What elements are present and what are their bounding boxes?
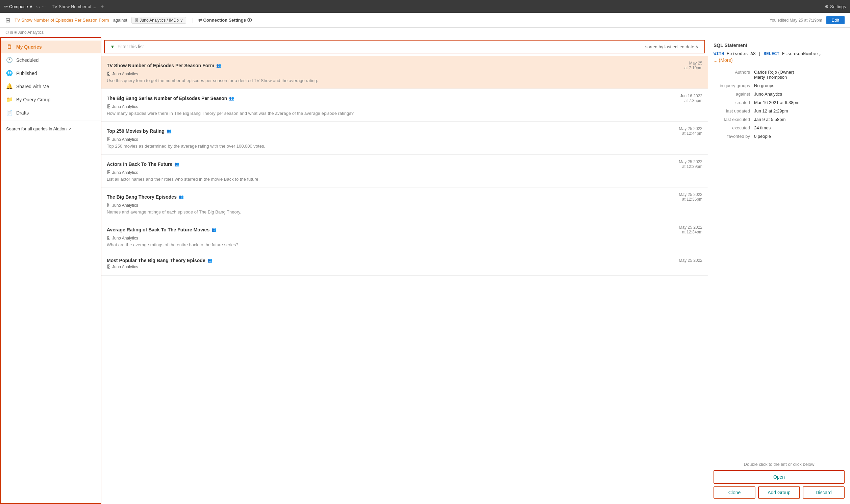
source-name: Juno Analytics <box>112 72 138 76</box>
query-list: TV Show Number of Episodes Per Season Fo… <box>101 56 708 504</box>
edit-button[interactable]: Edit <box>826 16 845 24</box>
sidebar: 🗒 My Queries 🕐 Scheduled 🌐 Published 🔔 S… <box>0 37 101 504</box>
query-title-text: Top 250 Movies by Rating <box>107 128 164 134</box>
table-row[interactable]: Top 250 Movies by Rating 👥 May 25 2022at… <box>101 122 708 155</box>
discard-button[interactable]: Discard <box>803 486 845 499</box>
sort-label[interactable]: sorted by last edited date ∨ <box>645 44 699 49</box>
meta-against-row: against Juno Analytics <box>713 92 845 96</box>
sidebar-item-label: My Queries <box>16 44 41 50</box>
table-row[interactable]: Actors In Back To The Future 👥 May 25 20… <box>101 155 708 187</box>
shared-icon: 🔔 <box>6 83 13 90</box>
sidebar-item-label: Shared with Me <box>16 84 49 89</box>
sql-section: SQL Statement WITH Episodes AS ( SELECT … <box>713 42 845 63</box>
query-title-text: The Big Bang Series Number of Episodes P… <box>107 95 227 101</box>
top-nav: ✏ Compose ∨ ‹ › ··· TV Show Number of ..… <box>0 0 850 13</box>
query-title-text: Actors In Back To The Future <box>107 161 172 167</box>
table-row[interactable]: The Big Bang Series Number of Episodes P… <box>101 89 708 122</box>
executed-value: 24 times <box>754 125 771 130</box>
db-badge[interactable]: 🗄 Juno Analytics / IMDb ∨ <box>131 17 186 24</box>
filter-input[interactable] <box>117 44 643 49</box>
meta-section: Authors Carlos Rojo (Owner) Marty Thomps… <box>713 70 845 142</box>
action-hint: Double click to the left or click below <box>713 462 845 467</box>
filter-bar: ▼ sorted by last edited date ∨ <box>104 40 705 53</box>
db-icon: 🗄 <box>107 137 111 142</box>
source-name: Juno Analytics <box>112 104 138 109</box>
source-name: Juno Analytics <box>112 137 138 142</box>
shared-icon: 👥 <box>166 129 171 133</box>
sidebar-item-published[interactable]: 🌐 Published <box>1 67 101 80</box>
created-value: Mar 16 2021 at 6:38pm <box>754 100 799 105</box>
breadcrumb-bar: ⬡ in ■ Juno Analytics <box>0 28 850 37</box>
table-row[interactable]: TV Show Number of Episodes Per Season Fo… <box>101 56 708 89</box>
action-row: Clone Add Group Discard <box>713 486 845 499</box>
source-name: Juno Analytics <box>112 170 138 175</box>
sidebar-item-scheduled[interactable]: 🕐 Scheduled <box>1 53 101 67</box>
sidebar-item-shared-with-me[interactable]: 🔔 Shared with Me <box>1 80 101 93</box>
sidebar-item-my-queries[interactable]: 🗒 My Queries <box>1 40 101 53</box>
query-groups-label: in query groups <box>713 83 754 88</box>
meta-authors-row: Authors Carlos Rojo (Owner) Marty Thomps… <box>713 70 845 80</box>
sidebar-item-label: Published <box>16 71 37 76</box>
sidebar-item-label: By Query Group <box>16 97 50 102</box>
compose-button[interactable]: ✏ Compose ∨ <box>4 4 33 9</box>
second-bar: ⊞ TV Show Number of Episodes Per Season … <box>0 13 850 28</box>
table-row[interactable]: The Big Bang Theory Episodes 👥 May 25 20… <box>101 187 708 220</box>
query-list-panel: ▼ sorted by last edited date ∨ TV Show N… <box>101 37 708 504</box>
meta-query-groups-row: in query groups No groups <box>713 83 845 88</box>
query-title-text: TV Show Number of Episodes Per Season Fo… <box>107 63 214 68</box>
source-name: Juno Analytics <box>112 265 138 269</box>
db-icon: 🗄 <box>107 72 111 76</box>
against-value: Juno Analytics <box>754 92 782 96</box>
executed-label: executed <box>713 125 754 130</box>
sidebar-item-drafts[interactable]: 📄 Drafts <box>1 106 101 119</box>
query-title[interactable]: TV Show Number of Episodes Per Season Fo… <box>15 18 109 23</box>
tab-title: TV Show Number of ... <box>52 4 96 9</box>
against-label: against <box>713 92 754 96</box>
sql-keyword-with: WITH <box>713 51 724 56</box>
filter-icon: ▼ <box>110 44 115 49</box>
query-groups-value: No groups <box>754 83 774 88</box>
db-icon: 🗄 <box>107 104 111 109</box>
db-icon: 🗄 <box>107 236 111 240</box>
query-title-text: Most Popular The Big Bang Theory Episode <box>107 258 205 263</box>
edit-info: You edited May 25 at 7:19pm <box>770 18 822 23</box>
source-name: Juno Analytics <box>112 203 138 208</box>
meta-last-executed-row: last executed Jan 9 at 5:58pm <box>713 117 845 122</box>
settings-label[interactable]: ⚙ Settings <box>825 4 846 9</box>
search-all-queries-link[interactable]: Search for all queries in Alation ↗ <box>1 122 101 136</box>
folder-icon: 📁 <box>6 96 13 103</box>
open-button[interactable]: Open <box>713 470 845 484</box>
sidebar-item-by-query-group[interactable]: 📁 By Query Group <box>1 93 101 106</box>
db-icon: 🗄 <box>107 265 111 269</box>
db-icon: 🗄 <box>107 203 111 208</box>
connection-settings-button[interactable]: ⇄ Connection Settings ⓘ <box>198 17 252 23</box>
table-row[interactable]: Most Popular The Big Bang Theory Episode… <box>101 253 708 276</box>
grid-icon: ⊞ <box>5 17 11 24</box>
scheduled-icon: 🕐 <box>6 57 13 63</box>
sidebar-divider <box>1 121 101 121</box>
authors-value: Carlos Rojo (Owner) Marty Thompson <box>754 70 794 80</box>
query-title-text: The Big Bang Theory Episodes <box>107 194 177 200</box>
clone-button[interactable]: Clone <box>713 486 755 499</box>
main-layout: 🗒 My Queries 🕐 Scheduled 🌐 Published 🔔 S… <box>0 37 850 504</box>
shared-icon: 👥 <box>207 258 213 263</box>
query-title-text: Average Rating of Back To The Future Mov… <box>107 227 210 232</box>
shared-icon: 👥 <box>179 195 184 199</box>
sql-code: WITH Episodes AS ( SELECT E.seasonNumber… <box>713 51 845 57</box>
table-row[interactable]: Average Rating of Back To The Future Mov… <box>101 220 708 253</box>
shared-icon: 👥 <box>216 63 221 68</box>
created-label: created <box>713 100 754 105</box>
meta-favorited-row: favorited by 0 people <box>713 134 845 139</box>
meta-last-updated-row: last updated Jun 12 at 2:29pm <box>713 108 845 113</box>
favorited-label: favorited by <box>713 134 754 139</box>
shared-icon: 👥 <box>212 227 217 232</box>
shared-icon: 👥 <box>229 96 234 101</box>
sql-keyword-select: SELECT <box>763 51 779 56</box>
search-all-label: Search for all queries in Alation ↗ <box>6 126 72 131</box>
last-updated-label: last updated <box>713 108 754 113</box>
sql-more-link[interactable]: ... (More) <box>713 57 845 63</box>
meta-executed-row: executed 24 times <box>713 125 845 130</box>
sidebar-item-label: Scheduled <box>16 57 38 63</box>
queries-icon: 🗒 <box>6 44 13 50</box>
add-group-button[interactable]: Add Group <box>758 486 800 499</box>
